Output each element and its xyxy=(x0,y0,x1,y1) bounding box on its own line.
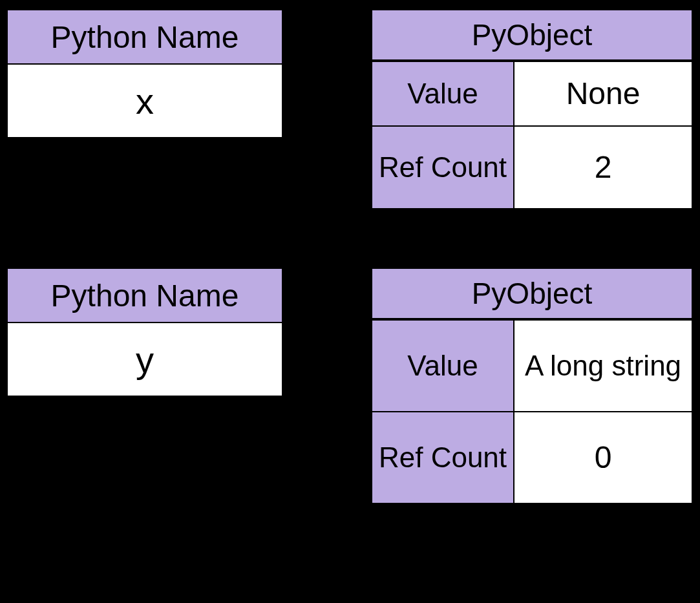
python-name-box-1: Python Name x xyxy=(6,9,283,138)
value-label: Value xyxy=(372,62,514,125)
value-cell: None xyxy=(514,62,692,125)
python-name-header: Python Name xyxy=(8,269,282,323)
refcount-cell: 0 xyxy=(514,412,692,503)
python-name-header: Python Name xyxy=(8,10,282,65)
refcount-cell: 2 xyxy=(514,127,692,208)
pyobject-box-1: PyObject Value None Ref Count 2 xyxy=(371,9,693,209)
python-name-value: x xyxy=(8,65,282,137)
python-name-value: y xyxy=(8,323,282,396)
refcount-label: Ref Count xyxy=(372,412,514,503)
refcount-label: Ref Count xyxy=(372,127,514,208)
value-label: Value xyxy=(372,321,514,411)
python-name-box-2: Python Name y xyxy=(6,268,283,397)
pyobject-header: PyObject xyxy=(372,269,692,319)
pyobject-box-2: PyObject Value A long string Ref Count 0 xyxy=(371,268,693,504)
value-cell: A long string xyxy=(514,321,692,411)
pyobject-header: PyObject xyxy=(372,10,692,61)
